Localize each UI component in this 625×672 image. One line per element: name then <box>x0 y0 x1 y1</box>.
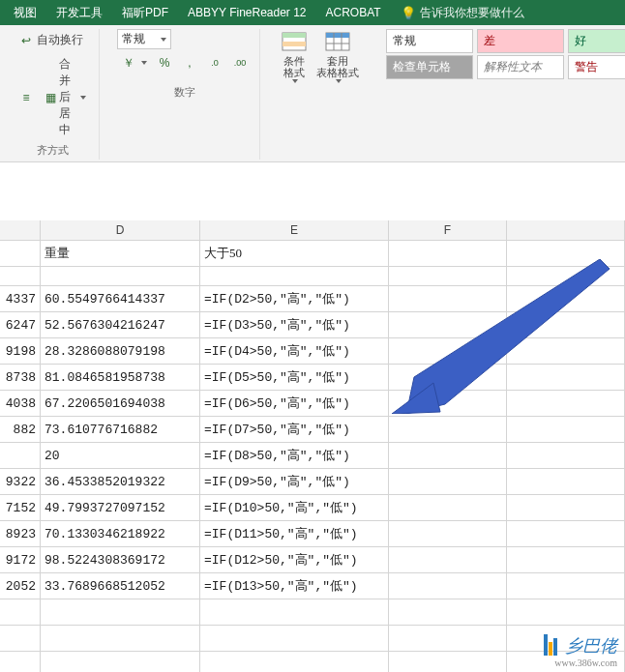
cell[interactable] <box>507 267 625 285</box>
tab-abbyy[interactable]: ABBYY FineReader 12 <box>178 2 316 23</box>
align-left-button[interactable]: ≡ <box>14 53 39 141</box>
cell[interactable] <box>507 391 625 416</box>
table-row[interactable]: 205233.7689668512052=IF(D13>50,"高","低") <box>0 573 625 599</box>
cell[interactable]: =IF(D5>50,"高","低") <box>200 365 389 390</box>
cell[interactable] <box>389 652 507 672</box>
table-row[interactable]: 88273.610776716882=IF(D7>50,"高","低") <box>0 417 625 443</box>
cell[interactable] <box>507 417 625 442</box>
col-header[interactable] <box>0 220 41 240</box>
cell[interactable] <box>389 521 507 546</box>
cell[interactable]: =IF(D13>50,"高","低") <box>200 573 389 599</box>
table-row[interactable] <box>0 652 625 672</box>
cell[interactable] <box>389 312 507 337</box>
cell[interactable] <box>507 521 625 546</box>
col-header-G[interactable] <box>507 220 625 240</box>
cell[interactable] <box>507 599 625 625</box>
cell[interactable]: 重量 <box>41 241 200 266</box>
cell[interactable] <box>41 626 200 651</box>
table-row[interactable]: 624752.5676304216247=IF(D3>50,"高","低") <box>0 312 625 338</box>
table-row[interactable]: 892370.1330346218922=IF(D11>50,"高","低") <box>0 521 625 547</box>
cell[interactable]: =IF(D11>50,"高","低") <box>200 521 389 546</box>
cell[interactable] <box>389 495 507 520</box>
cell[interactable] <box>41 599 200 625</box>
cell[interactable]: 81.0846581958738 <box>41 365 200 390</box>
cell[interactable] <box>389 417 507 442</box>
cell[interactable] <box>507 365 625 390</box>
table-row[interactable]: 917298.5224308369172=IF(D12>50,"高","低") <box>0 547 625 573</box>
cell[interactable] <box>389 365 507 390</box>
cell[interactable] <box>507 547 625 572</box>
tell-me[interactable]: 💡 告诉我你想要做什么 <box>391 1 534 25</box>
cell[interactable] <box>200 626 389 651</box>
table-row[interactable]: 873881.0846581958738=IF(D5>50,"高","低") <box>0 365 625 391</box>
cell[interactable]: =IF(D3>50,"高","低") <box>200 312 389 337</box>
cell[interactable] <box>200 652 389 672</box>
cell[interactable] <box>41 267 200 285</box>
cell[interactable] <box>507 338 625 364</box>
col-header-D[interactable]: D <box>41 220 200 240</box>
style-normal[interactable]: 常规 <box>386 29 473 53</box>
cell[interactable] <box>389 469 507 494</box>
cell[interactable]: 36.4533852019322 <box>41 469 200 494</box>
cell[interactable] <box>507 312 625 337</box>
tab-dev-tools[interactable]: 开发工具 <box>46 1 112 25</box>
table-row[interactable]: 20=IF(D8>50,"高","低") <box>0 443 625 469</box>
increase-decimal-button[interactable]: .0 <box>203 53 226 73</box>
style-warning[interactable]: 警告 <box>568 55 625 79</box>
number-format-select[interactable]: 常规 <box>117 29 171 49</box>
cell[interactable]: =IF(D6>50,"高","低") <box>200 391 389 416</box>
cell[interactable] <box>507 469 625 494</box>
cell[interactable]: =IF(D12>50,"高","低") <box>200 547 389 572</box>
wrap-text-button[interactable]: ↩ 自动换行 <box>14 29 88 51</box>
cell[interactable] <box>389 286 507 311</box>
cell[interactable]: 67.2206501694038 <box>41 391 200 416</box>
cell[interactable]: =IF(D7>50,"高","低") <box>200 417 389 442</box>
table-row[interactable]: 715249.7993727097152=IF(D10>50,"高","低") <box>0 495 625 521</box>
cell[interactable]: 7152 <box>0 495 41 520</box>
tab-acrobat[interactable]: ACROBAT <box>316 2 391 23</box>
cell[interactable]: 60.5549766414337 <box>41 286 200 311</box>
cell[interactable] <box>0 241 41 266</box>
cell[interactable]: 4337 <box>0 286 41 311</box>
cell[interactable]: 8923 <box>0 521 41 546</box>
cell[interactable]: =IF(D9>50,"高","低") <box>200 469 389 494</box>
percent-button[interactable]: % <box>153 53 176 73</box>
table-row[interactable]: 919828.3286088079198=IF(D4>50,"高","低") <box>0 338 625 365</box>
cell[interactable]: 6247 <box>0 312 41 337</box>
cell[interactable] <box>389 573 507 599</box>
cell[interactable]: 28.3286088079198 <box>41 338 200 364</box>
cell[interactable] <box>0 267 41 285</box>
style-bad[interactable]: 差 <box>477 29 564 53</box>
cell[interactable] <box>389 241 507 266</box>
cell[interactable]: 9198 <box>0 338 41 364</box>
table-row[interactable]: 重量大于50 <box>0 241 625 267</box>
table-row[interactable] <box>0 267 625 286</box>
style-check-cell[interactable]: 检查单元格 <box>386 55 473 79</box>
table-row[interactable] <box>0 626 625 652</box>
cell[interactable] <box>200 267 389 285</box>
cell[interactable]: 4038 <box>0 391 41 416</box>
cell[interactable]: =IF(D8>50,"高","低") <box>200 443 389 468</box>
cell[interactable]: 2052 <box>0 573 41 599</box>
cell[interactable]: 33.7689668512052 <box>41 573 200 599</box>
cell[interactable]: =IF(D2>50,"高","低") <box>200 286 389 311</box>
cell[interactable] <box>0 443 41 468</box>
cell[interactable] <box>389 338 507 364</box>
cell[interactable]: 52.5676304216247 <box>41 312 200 337</box>
cell[interactable] <box>389 391 507 416</box>
cell[interactable] <box>41 652 200 672</box>
cell[interactable]: 73.610776716882 <box>41 417 200 442</box>
cell[interactable]: 8738 <box>0 365 41 390</box>
cell[interactable]: 70.1330346218922 <box>41 521 200 546</box>
cell[interactable] <box>389 547 507 572</box>
cell[interactable] <box>389 267 507 285</box>
cell[interactable] <box>507 443 625 468</box>
cell[interactable] <box>0 626 41 651</box>
tab-view[interactable]: 视图 <box>4 1 46 25</box>
cell[interactable] <box>507 573 625 599</box>
table-row[interactable]: 433760.5549766414337=IF(D2>50,"高","低") <box>0 286 625 312</box>
cell[interactable]: 9172 <box>0 547 41 572</box>
cell[interactable]: 98.5224308369172 <box>41 547 200 572</box>
cell[interactable]: 49.7993727097152 <box>41 495 200 520</box>
cell[interactable] <box>507 241 625 266</box>
